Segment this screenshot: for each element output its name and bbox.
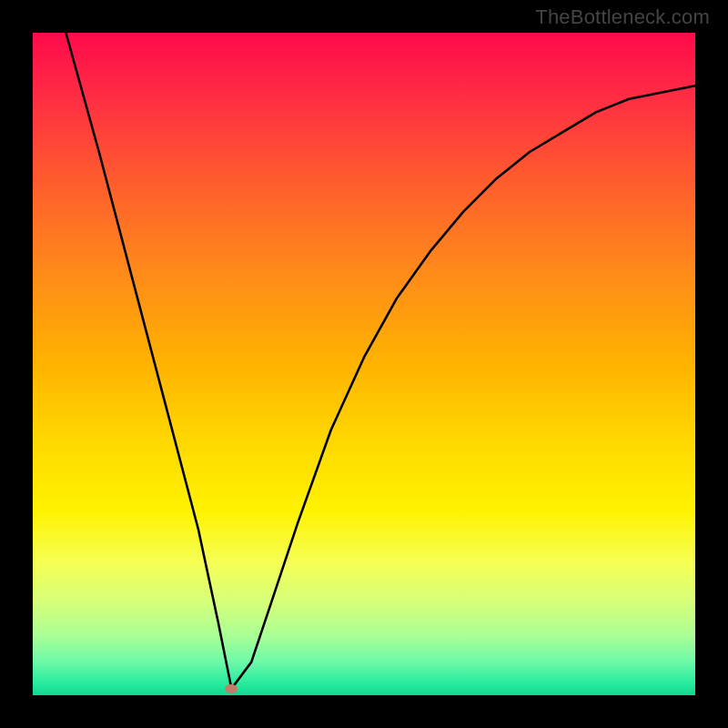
chart-frame: TheBottleneck.com	[0, 0, 728, 728]
bottleneck-curve	[66, 33, 695, 689]
plot-area	[33, 33, 695, 695]
optimum-marker	[225, 684, 238, 693]
attribution-text: TheBottleneck.com	[535, 5, 710, 29]
curve-layer	[33, 33, 695, 695]
